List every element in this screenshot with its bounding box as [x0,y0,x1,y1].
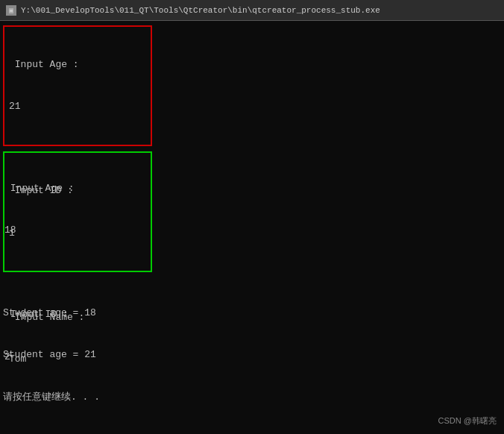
summary-line1: Student age = 18 [3,306,100,321]
window-icon: ▣ [6,5,16,16]
terminal-window: Input Age : 21 Input ID : 1 Input Name :… [0,21,504,434]
b2-line2: 18 [4,224,98,238]
b1-line2: 21 [9,100,102,114]
b1-line1: Input Age : [9,58,102,72]
summary-line2: Student age = 21 [3,348,100,362]
b2-line1: Input Age : [4,182,98,196]
watermark: CSDN @韩曙亮 [438,415,497,427]
summary-text: Student age = 18 Student age = 21 请按任意键继… [3,278,100,433]
title-bar: ▣ Y:\001_DevelopTools\011_QT\Tools\QtCre… [0,0,504,21]
title-bar-text: Y:\001_DevelopTools\011_QT\Tools\QtCreat… [21,6,380,15]
summary-line3: 请按任意键继续. . . [3,391,100,405]
